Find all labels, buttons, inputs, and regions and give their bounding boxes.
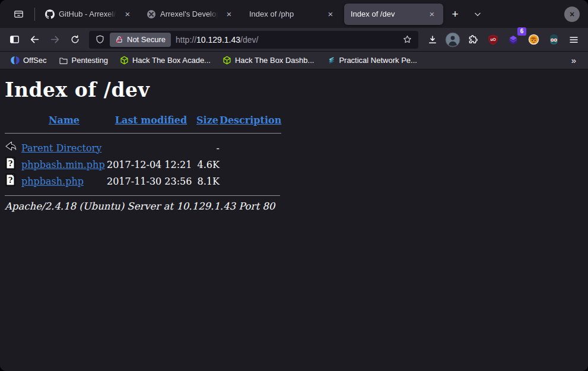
chevron-double-right-icon: » <box>571 55 576 65</box>
sidebar-icon <box>9 34 20 45</box>
row-description-cell <box>220 139 281 156</box>
bookmark-practical-network[interactable]: Practical Network Pe... <box>322 54 421 67</box>
hamburger-menu-icon <box>568 34 579 45</box>
table-row: ? phpbash.min.php 2017-12-04 12:21 4.6K <box>5 156 281 173</box>
directory-listing-table: Name Last modified Size Description Pare… <box>5 113 281 189</box>
site-security-chip[interactable]: Not Secure <box>110 33 171 47</box>
generic-site-icon <box>147 9 156 19</box>
back-arrow-icon <box>29 34 40 45</box>
fox-icon <box>527 33 540 46</box>
list-all-tabs-button[interactable] <box>468 5 487 24</box>
window-close-button[interactable]: × <box>564 7 580 22</box>
url-text: http://10.129.1.43/dev/ <box>176 35 398 45</box>
wappalyzer-layers-icon <box>507 34 519 46</box>
parent-directory-link[interactable]: Parent Directory <box>21 142 101 154</box>
github-icon <box>45 9 55 19</box>
tab-title: Arrexel's Developr <box>160 9 219 18</box>
table-divider <box>5 133 281 134</box>
table-row: ? phpbash.php 2017-11-30 23:56 8.1K <box>5 173 281 189</box>
download-icon <box>427 34 438 45</box>
phpbash-php-link[interactable]: phpbash.php <box>21 176 84 187</box>
reload-icon <box>70 34 80 45</box>
svg-text:?: ? <box>8 159 13 168</box>
modified-column-header: Last modified <box>107 113 195 129</box>
foxyproxy-button[interactable] <box>524 30 543 49</box>
tab-index-of-dev[interactable]: Index of /dev × <box>344 4 443 25</box>
tab-arrexel-developer[interactable]: Arrexel's Developr × <box>141 4 240 25</box>
sort-by-size-link[interactable]: Size <box>196 115 218 126</box>
hacker-goggles-extension-button[interactable] <box>544 30 563 49</box>
new-tab-button[interactable]: + <box>446 5 465 24</box>
bookmark-offsec[interactable]: OffSec <box>7 54 50 66</box>
insecure-lock-icon <box>115 36 123 44</box>
unknown-file-icon: ? <box>5 173 17 186</box>
row-modified-cell: 2017-12-04 12:21 <box>107 156 195 173</box>
url-scheme: http:// <box>176 35 196 45</box>
sidebar-toggle-button[interactable] <box>5 30 24 49</box>
table-header-row: Name Last modified Size Description <box>5 113 281 129</box>
row-modified-cell: 2017-11-30 23:56 <box>107 173 195 189</box>
row-size-cell: - <box>195 139 220 156</box>
phpbash-min-php-link[interactable]: phpbash.min.php <box>21 159 105 170</box>
sort-by-description-link[interactable]: Description <box>220 115 281 126</box>
server-signature: Apache/2.4.18 (Ubuntu) Server at 10.129.… <box>5 201 583 212</box>
url-bar[interactable]: Not Secure http://10.129.1.43/dev/ <box>89 31 418 49</box>
close-icon: × <box>570 9 574 19</box>
forward-button[interactable] <box>45 30 64 49</box>
app-menu-button[interactable] <box>564 30 583 49</box>
extensions-button[interactable] <box>463 30 482 49</box>
close-icon[interactable]: × <box>122 8 134 20</box>
plus-icon: + <box>452 8 458 21</box>
tab-github[interactable]: GitHub - Arrexel/p × <box>40 4 139 25</box>
row-size-cell: 4.6K <box>195 156 220 173</box>
sort-by-name-link[interactable]: Name <box>49 115 80 126</box>
bookmark-htb-dashboard[interactable]: Hack The Box Dashb... <box>219 54 317 66</box>
row-description-cell <box>220 173 281 189</box>
bookmark-label: Hack The Box Dashb... <box>235 56 314 65</box>
forward-arrow-icon <box>49 34 61 45</box>
account-button[interactable] <box>443 30 462 49</box>
bookmarks-toolbar: OffSec Pentesting Hack The Box Acade... … <box>0 52 588 69</box>
chevron-down-icon <box>473 10 482 18</box>
avatar <box>445 32 460 47</box>
folder-icon <box>59 56 68 65</box>
firefox-view-icon <box>13 8 24 20</box>
url-host: 10.129.1.43 <box>196 35 240 45</box>
bookmark-htb-academy[interactable]: Hack The Box Acade... <box>116 54 214 66</box>
puzzle-piece-icon <box>468 34 479 45</box>
table-rule-row <box>5 129 281 139</box>
parent-back-icon <box>5 140 17 153</box>
url-path: /dev/ <box>240 35 258 45</box>
security-label: Not Secure <box>127 35 166 44</box>
bookmark-folder-pentesting[interactable]: Pentesting <box>55 54 112 67</box>
tab-bar: GitHub - Arrexel/p × Arrexel's Developr … <box>0 0 588 28</box>
offsec-icon <box>11 56 20 65</box>
size-column-header: Size <box>195 113 220 129</box>
row-size-cell: 8.1K <box>195 173 220 189</box>
row-name-cell: phpbash.php <box>21 173 107 189</box>
row-name-cell: phpbash.min.php <box>21 156 107 173</box>
row-icon-cell <box>5 139 21 156</box>
shield-icon <box>95 34 105 45</box>
row-icon-cell: ? <box>5 156 21 173</box>
bookmarks-overflow-button[interactable]: » <box>567 55 581 65</box>
close-icon[interactable]: × <box>426 8 438 20</box>
back-button[interactable] <box>25 30 44 49</box>
bookmark-label: Pentesting <box>72 56 108 65</box>
reload-button[interactable] <box>65 30 84 49</box>
sort-by-modified-link[interactable]: Last modified <box>115 115 187 126</box>
browser-window: GitHub - Arrexel/p × Arrexel's Developr … <box>0 0 588 371</box>
close-icon[interactable]: × <box>325 8 336 20</box>
icon-column-header <box>5 113 21 129</box>
tab-index-of-php[interactable]: Index of /php × <box>243 4 342 25</box>
row-icon-cell: ? <box>5 173 21 189</box>
close-icon[interactable]: × <box>223 8 235 20</box>
bookmark-label: Practical Network Pe... <box>339 56 417 65</box>
downloads-button[interactable] <box>423 30 442 49</box>
bookmark-star-icon[interactable] <box>402 34 412 45</box>
tab-title: Index of /php <box>249 9 320 18</box>
ublock-origin-button[interactable]: uO <box>484 30 503 49</box>
wappalyzer-button[interactable]: 6 <box>504 30 523 49</box>
firefox-view-button[interactable] <box>8 4 28 24</box>
name-column-header: Name <box>21 113 107 129</box>
